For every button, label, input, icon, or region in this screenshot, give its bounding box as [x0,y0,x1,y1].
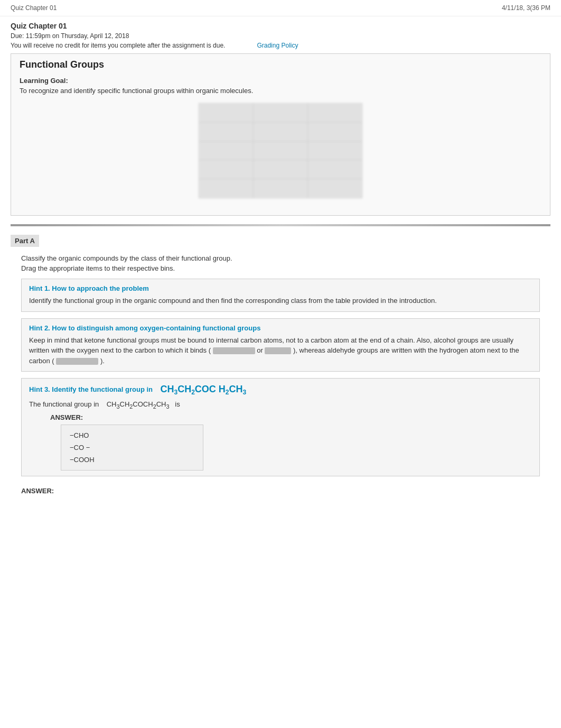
table-image-container [20,103,541,198]
hint2-or: or [257,346,265,354]
part-a-instruction2: Drag the appropriate items to their resp… [21,264,550,272]
hint3-answer-label: ANSWER: [50,413,521,421]
hint1-text: Identify the functional group in the org… [29,296,532,306]
grading-policy-row: You will receive no credit for items you… [11,42,550,49]
blurred-table [199,103,362,198]
section-box: Functional Groups Learning Goal: To reco… [11,53,550,216]
hint2-text: Keep in mind that ketone functional grou… [29,335,532,366]
part-a-label: Part A [11,235,39,247]
hint3-title-text: Hint 3. Identify the functional group in [29,385,153,393]
learning-goal-label: Learning Goal: [20,77,541,85]
answer-option-co[interactable]: −CO − [66,441,199,454]
timestamp: 4/11/18, 3(36 PM [502,4,550,12]
hint3-body-text: The functional group in [29,400,99,408]
hint3-formula-title: CH3CH2COC H2CH3 [160,384,246,396]
hint2-title[interactable]: Hint 2. How to distinguish among oxygen-… [29,324,532,332]
hint2-end: ). [100,357,105,365]
hint2-blurred1 [213,347,255,354]
hint2-blurred2 [265,347,291,354]
hint1-box: Hint 1. How to approach the problem Iden… [21,279,540,312]
learning-goal-text: To recognize and identify specific funct… [20,87,541,95]
hint3-answer-section: ANSWER: −CHO −CO − −COOH [50,413,521,471]
answer-option-cooh[interactable]: −COOH [66,454,199,466]
due-date: Due: 11:59pm on Thursday, April 12, 2018 [11,32,550,40]
no-credit-text: You will receive no credit for items you… [11,42,225,49]
hint3-text: The functional group in CH3CH2COCH2CH3 i… [29,399,532,411]
section-title: Functional Groups [20,59,541,70]
part-a-instruction1: Classify the organic compounds by the cl… [21,254,550,262]
hint2-blurred3 [56,358,98,365]
main-content: Quiz Chapter 01 Due: 11:59pm on Thursday… [0,16,561,511]
hint3-is-text: is [175,400,180,408]
quiz-name-topbar: Quiz Chapter 01 [11,4,57,12]
hint3-title[interactable]: Hint 3. Identify the functional group in… [29,384,532,396]
hint3-answer-dropdown[interactable]: −CHO −CO − −COOH [61,425,203,471]
answer-option-cho[interactable]: −CHO [66,429,199,441]
top-bar: Quiz Chapter 01 4/11/18, 3(36 PM [0,0,561,16]
grading-policy-link[interactable]: Grading Policy [257,42,298,49]
bottom-answer-label: ANSWER: [21,487,540,495]
hint3-box: Hint 3. Identify the functional group in… [21,378,540,476]
quiz-title: Quiz Chapter 01 [11,22,550,30]
hint3-formula-inline: CH3CH2COCH2CH3 [107,399,170,411]
part-a-container: Part A Classify the organic compounds by… [11,226,550,500]
hint1-title[interactable]: Hint 1. How to approach the problem [29,284,532,292]
hint2-box: Hint 2. How to distinguish among oxygen-… [21,318,540,372]
